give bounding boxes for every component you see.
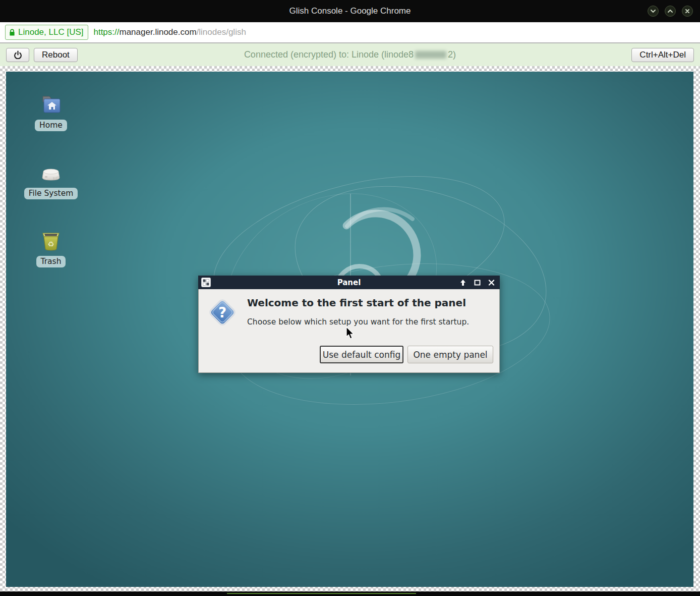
question-icon: ? [206,296,239,329]
url-path: /linodes/glish [197,27,246,37]
status-suffix: 2) [448,49,456,60]
bottom-green-line [227,593,416,594]
use-default-config-button[interactable]: Use default config [320,346,403,363]
dialog-close-icon[interactable] [488,280,495,286]
url-host: manager.linode.com [120,27,197,37]
reboot-button[interactable]: Reboot [34,48,78,62]
dialog-maximize-icon[interactable] [474,280,481,286]
ev-badge-label: Linode, LLC [US] [18,27,83,37]
ctrl-alt-del-button[interactable]: Ctrl+Alt+Del [631,48,694,62]
lock-icon [9,29,15,36]
svg-text:?: ? [218,304,226,321]
console-frame: Home File System [0,66,700,591]
svg-text:♻: ♻ [47,240,54,249]
status-prefix: Connected (encrypted) to: Linode (linode… [244,49,414,60]
close-icon[interactable] [682,6,693,17]
desktop-icon-label: File System [24,188,78,199]
home-folder-icon [38,92,64,117]
power-button[interactable] [6,48,29,62]
dialog-title: Panel [198,278,500,287]
bottom-edge-strip [0,591,700,596]
desktop-icon-label: Home [35,120,67,131]
window-title: Glish Console - Google Chrome [289,6,411,16]
power-icon [14,50,22,59]
connection-status: Connected (encrypted) to: Linode (linode… [0,49,700,60]
address-bar[interactable]: Linode, LLC [US] https://manager.linode.… [0,22,700,43]
ev-certificate-badge[interactable]: Linode, LLC [US] [5,25,88,40]
window-controls [648,6,693,17]
desktop-icon-trash[interactable]: ♻ Trash [20,229,82,267]
dialog-message: Choose below which setup you want for th… [247,317,469,327]
browser-titlebar: Glish Console - Google Chrome [0,0,700,22]
url-scheme: https:// [93,27,119,37]
trash-can-icon: ♻ [38,229,64,253]
dialog-body: ? Welcome to the first start of the pane… [198,289,500,373]
panel-app-icon [201,278,211,287]
glish-toolbar: Reboot Connected (encrypted) to: Linode … [0,43,700,66]
dialog-titlebar[interactable]: Panel [198,276,500,289]
rollup-icon[interactable] [459,279,466,286]
one-empty-panel-button[interactable]: One empty panel [407,346,493,363]
dialog-heading: Welcome to the first start of the panel [247,297,466,309]
desktop-icon-label: Trash [36,256,66,267]
redacted-linode-id [415,51,446,59]
desktop-icon-filesystem[interactable]: File System [20,160,82,199]
remote-desktop[interactable]: Home File System [6,72,693,587]
panel-dialog: Panel [198,276,500,373]
hard-drive-icon [38,160,64,185]
url-text[interactable]: https://manager.linode.com/linodes/glish [93,27,246,37]
minimize-icon[interactable] [648,6,659,17]
desktop-icon-home[interactable]: Home [20,92,82,131]
dialog-window-controls [459,276,495,289]
maximize-icon[interactable] [665,6,676,17]
